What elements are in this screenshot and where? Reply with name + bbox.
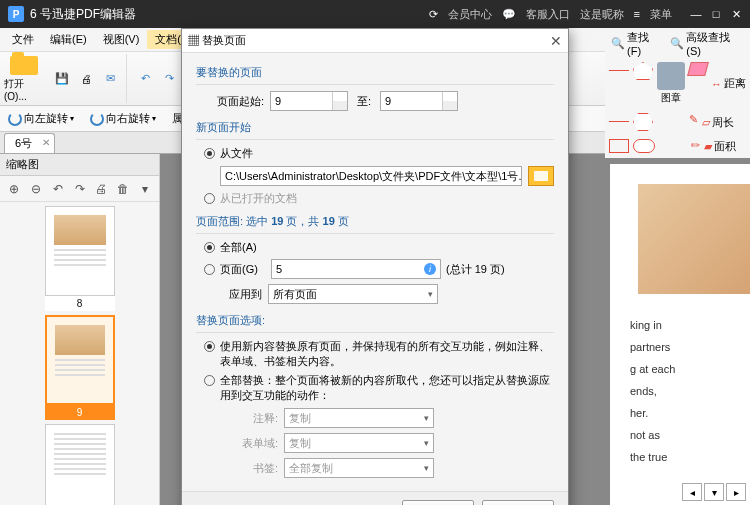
form-select: 复制: [284, 433, 434, 453]
sidebar-title: 缩略图: [0, 154, 159, 176]
thumb-rot-left-icon[interactable]: ↶: [48, 179, 68, 199]
rotate-right-button[interactable]: 向右旋转▾: [86, 109, 160, 128]
hexagon-icon[interactable]: [633, 113, 653, 131]
browse-button[interactable]: [528, 166, 554, 186]
file-path-input[interactable]: C:\Users\Administrator\Desktop\文件夹\PDF文件…: [220, 166, 522, 186]
maximize-button[interactable]: □: [710, 8, 722, 20]
radio-icon: [204, 264, 215, 275]
dialog-titlebar[interactable]: ▦ 替换页面 ✕: [182, 29, 568, 53]
line-icon[interactable]: [609, 70, 629, 72]
thumb-9[interactable]: 9: [45, 315, 115, 420]
brush-icon[interactable]: ✏: [691, 139, 700, 154]
area-button[interactable]: ▰面积: [704, 139, 736, 154]
thumb-more-icon[interactable]: ▾: [135, 179, 155, 199]
find-button[interactable]: 🔍查找(F): [609, 28, 664, 59]
rotate-left-button[interactable]: 向左旋转▾: [4, 109, 78, 128]
close-button[interactable]: ✕: [730, 8, 742, 20]
thumbnails-sidebar: 缩略图 ⊕ ⊖ ↶ ↷ 🖨 🗑 ▾ 8 9 10: [0, 154, 160, 505]
page-start-input[interactable]: 9: [270, 91, 348, 111]
menu-link[interactable]: 菜单: [650, 7, 672, 22]
bookmark-select: 全部复制: [284, 458, 434, 478]
section-replace: 要替换的页面: [196, 61, 554, 85]
save-icon[interactable]: 💾: [50, 67, 74, 91]
stamp-button[interactable]: 图章: [657, 62, 685, 105]
opt-keep-radio[interactable]: 使用新内容替换原有页面，并保持现有的所有交互功能，例如注释、表单域、书签相关内容…: [196, 339, 554, 369]
form-label: 表单域:: [228, 436, 278, 451]
app-title: 6 号迅捷PDF编辑器: [30, 6, 429, 23]
mail-icon[interactable]: ✉: [98, 67, 122, 91]
refresh-icon[interactable]: ⟳: [429, 8, 438, 21]
radio-icon: [204, 193, 215, 204]
to-label: 至:: [354, 94, 374, 109]
dialog-close-button[interactable]: ✕: [550, 33, 562, 49]
cancel-button[interactable]: 取消(C): [482, 500, 554, 505]
distance-button[interactable]: ↔距离: [711, 62, 746, 105]
pages-radio[interactable]: 页面(G) 5i (总计 19 页): [196, 259, 554, 279]
tab-close-icon[interactable]: ✕: [42, 137, 50, 148]
annot-label: 注释:: [228, 411, 278, 426]
replace-pages-dialog: ▦ 替换页面 ✕ 要替换的页面 页面起始: 9 至: 9 新页面开始 从文件 C…: [181, 28, 569, 505]
thumb-print-icon[interactable]: 🖨: [91, 179, 111, 199]
titlebar: P 6 号迅捷PDF编辑器 ⟳ 会员中心 💬 客服入口 这是昵称 ≡ 菜单 — …: [0, 0, 750, 28]
menu-file[interactable]: 文件: [4, 30, 42, 49]
eraser-icon[interactable]: [687, 62, 709, 76]
ok-button[interactable]: 确定(O): [402, 500, 474, 505]
menu-view[interactable]: 视图(V): [95, 30, 148, 49]
scroll-right-button[interactable]: ▸: [726, 483, 746, 501]
app-icon: P: [8, 6, 24, 22]
radio-icon: [204, 341, 215, 352]
dialog-title: 替换页面: [202, 34, 246, 46]
from-file-radio[interactable]: 从文件: [196, 146, 554, 161]
thumb-rot-right-icon[interactable]: ↷: [70, 179, 90, 199]
chat-icon[interactable]: 💬: [502, 8, 516, 21]
radio-icon: [204, 148, 215, 159]
thumb-item[interactable]: [45, 424, 115, 505]
search-icon: 🔍: [670, 37, 684, 50]
support-link[interactable]: 客服入口: [526, 7, 570, 22]
adv-find-button[interactable]: 🔍高级查找(S): [668, 28, 746, 59]
arrow-icon[interactable]: [609, 121, 629, 123]
print-icon[interactable]: 🖨: [74, 67, 98, 91]
folder-icon: [10, 56, 38, 75]
open-button[interactable]: 打开(O)...: [4, 56, 44, 102]
menu-edit[interactable]: 编辑(E): [42, 30, 95, 49]
right-panel: 🔍查找(F) 🔍高级查找(S) 图章 ↔距离 ✎ ▱周长 ✏ ▰面积: [605, 28, 750, 158]
zoom-out-icon[interactable]: ⊖: [26, 179, 46, 199]
hamburger-icon[interactable]: ≡: [634, 8, 640, 20]
undo-icon[interactable]: ↶: [133, 67, 157, 91]
section-options: 替换页面选项:: [196, 309, 554, 333]
page-end-input[interactable]: 9: [380, 91, 458, 111]
dialog-icon: ▦: [188, 34, 199, 46]
nickname: 这是昵称: [580, 7, 624, 22]
scroll-left-button[interactable]: ◂: [682, 483, 702, 501]
from-open-radio[interactable]: 从已打开的文档: [196, 191, 554, 206]
annot-select: 复制: [284, 408, 434, 428]
rect-icon[interactable]: [609, 139, 629, 153]
section-newpage: 新页面开始: [196, 116, 554, 140]
perimeter-button[interactable]: ▱周长: [702, 113, 734, 131]
cloud-icon[interactable]: [633, 139, 655, 153]
document-tab[interactable]: 6号 ✕: [4, 133, 55, 153]
minimize-button[interactable]: —: [690, 8, 702, 20]
apply-to-select[interactable]: 所有页面: [268, 284, 438, 304]
thumb-8[interactable]: 8: [45, 206, 115, 311]
opt-replace-all-radio[interactable]: 全部替换：整个页面将被新的内容所取代，您还可以指定从替换源应用到交互功能的动作：: [196, 373, 554, 403]
scroll-menu-button[interactable]: ▾: [704, 483, 724, 501]
redo-icon[interactable]: ↷: [157, 67, 181, 91]
stamp-icon: [657, 62, 685, 90]
pages-input[interactable]: 5i: [271, 259, 441, 279]
zoom-in-icon[interactable]: ⊕: [4, 179, 24, 199]
rotate-right-icon: [90, 112, 104, 126]
section-range: 页面范围: 选中 19 页，共 19 页: [196, 210, 554, 234]
info-icon[interactable]: i: [424, 263, 436, 275]
scroll-controls: ◂ ▾ ▸: [682, 483, 746, 501]
apply-to-label: 应用到: [220, 287, 262, 302]
thumb-delete-icon[interactable]: 🗑: [113, 179, 133, 199]
document-page: king inpartnersg at eachends,her.not ast…: [610, 164, 750, 505]
pentagon-icon[interactable]: [633, 62, 653, 80]
all-radio[interactable]: 全部(A): [196, 240, 554, 255]
radio-icon: [204, 375, 215, 386]
radio-icon: [204, 242, 215, 253]
pencil-icon[interactable]: ✎: [689, 113, 698, 131]
member-link[interactable]: 会员中心: [448, 7, 492, 22]
